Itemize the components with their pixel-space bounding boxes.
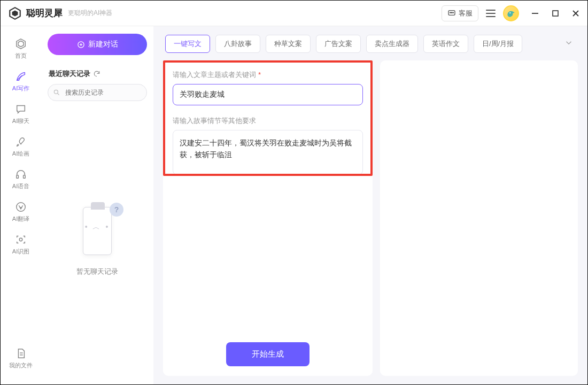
- scan-icon: [15, 234, 27, 245]
- brush-icon: [15, 136, 27, 148]
- tabs-expand-button[interactable]: [562, 36, 576, 52]
- app-logo: [8, 6, 22, 20]
- new-chat-button[interactable]: 新建对话: [48, 34, 147, 55]
- tab-selling-points[interactable]: 卖点生成器: [366, 35, 418, 53]
- sidebar-item-label: 我的文件: [9, 361, 33, 369]
- menu-button[interactable]: [486, 10, 496, 17]
- clipboard-empty-icon: • ︿ • ?: [73, 207, 121, 260]
- output-panel: [380, 60, 578, 376]
- detail-textarea[interactable]: [173, 130, 363, 175]
- svg-point-16: [17, 203, 26, 212]
- sidebar-item-home[interactable]: 首页: [1, 33, 41, 65]
- history-panel: 新建对话 最近聊天记录 • ︿ • ? 暂无聊天记录: [41, 26, 153, 384]
- input-form-panel: 请输入文章主题或者关键词* 请输入故事情节等其他要求 开始生成: [163, 60, 373, 376]
- main-content: 一键写文 八卦故事 种草文案 广告文案 卖点生成器 英语作文 日/周/月报 请输…: [153, 26, 587, 384]
- svg-point-3: [450, 12, 451, 13]
- service-label: 客服: [459, 9, 473, 18]
- svg-rect-15: [24, 175, 26, 179]
- sidebar-item-files[interactable]: 我的文件: [1, 342, 41, 375]
- refresh-icon[interactable]: [93, 70, 100, 78]
- svg-line-24: [58, 94, 59, 95]
- sidebar-item-label: AI写作: [12, 84, 29, 93]
- sidebar-item-label: 首页: [15, 52, 27, 60]
- search-icon: [53, 89, 60, 96]
- search-input[interactable]: [48, 84, 147, 101]
- sidebar-item-paint[interactable]: AI绘画: [1, 130, 41, 163]
- recent-chats-label: 最近聊天记录: [49, 69, 146, 79]
- home-icon: [15, 38, 27, 50]
- svg-rect-14: [17, 175, 19, 179]
- customer-service-button[interactable]: 客服: [442, 5, 478, 21]
- translate-icon: [15, 201, 27, 213]
- sidebar-item-writing[interactable]: AI写作: [1, 65, 41, 98]
- file-icon: [15, 348, 27, 359]
- tab-gossip-story[interactable]: 八卦故事: [215, 35, 260, 53]
- sidebar-item-label: AI语音: [12, 182, 29, 190]
- svg-point-5: [453, 12, 453, 13]
- headphone-icon: [15, 168, 27, 180]
- tab-ad-copy[interactable]: 广告文案: [316, 35, 361, 53]
- maximize-button[interactable]: [551, 9, 560, 18]
- required-star: *: [258, 71, 261, 79]
- sidebar-item-label: AI聊天: [12, 117, 29, 125]
- svg-point-6: [509, 12, 510, 13]
- work-area: 请输入文章主题或者关键词* 请输入故事情节等其他要求 开始生成: [163, 60, 578, 376]
- sidebar-item-label: AI绘画: [12, 150, 29, 158]
- window-controls: [531, 9, 580, 18]
- svg-rect-8: [553, 11, 558, 16]
- chat-icon: [15, 103, 27, 115]
- svg-point-4: [451, 12, 452, 13]
- history-empty-state: • ︿ • ? 暂无聊天记录: [48, 106, 147, 377]
- svg-marker-11: [17, 39, 26, 49]
- minimize-button[interactable]: [531, 9, 539, 18]
- chevron-down-icon: [564, 38, 574, 48]
- feather-icon: [15, 71, 27, 82]
- app-tagline: 更聪明的AI神器: [68, 9, 112, 18]
- detail-field-label: 请输入故事情节等其他要求: [173, 116, 363, 126]
- tab-seeding-copy[interactable]: 种草文案: [266, 35, 311, 53]
- sidebar-item-label: AI翻译: [12, 215, 29, 223]
- sidebar-item-voice[interactable]: AI语音: [1, 163, 41, 196]
- topic-input[interactable]: [173, 84, 363, 105]
- topic-field-label: 请输入文章主题或者关键词*: [173, 70, 363, 80]
- tab-report[interactable]: 日/周/月报: [474, 35, 522, 53]
- svg-marker-12: [18, 41, 24, 47]
- history-search: [48, 84, 147, 101]
- plus-circle-icon: [77, 41, 85, 49]
- sidebar-item-translate[interactable]: AI翻译: [1, 196, 41, 228]
- sidebar-item-image[interactable]: AI识图: [1, 228, 41, 261]
- app-name: 聪明灵犀: [26, 7, 63, 19]
- sidebar-item-chat[interactable]: AI聊天: [1, 98, 41, 130]
- tab-onekey-essay[interactable]: 一键写文: [165, 35, 210, 53]
- sidebar-item-label: AI识图: [12, 248, 29, 256]
- avatar[interactable]: [503, 5, 519, 21]
- empty-text: 暂无聊天记录: [76, 267, 118, 276]
- tab-english-essay[interactable]: 英语作文: [423, 35, 468, 53]
- category-tabs: 一键写文 八卦故事 种草文案 广告文案 卖点生成器 英语作文 日/周/月报: [163, 35, 578, 53]
- generate-button[interactable]: 开始生成: [226, 342, 310, 366]
- chat-bubble-icon: [447, 9, 456, 18]
- svg-marker-1: [12, 10, 18, 16]
- titlebar: 聪明灵犀 更聪明的AI神器 客服: [1, 1, 587, 26]
- new-chat-label: 新建对话: [88, 40, 118, 49]
- svg-point-17: [19, 238, 22, 241]
- avatar-icon: [506, 8, 516, 19]
- svg-point-23: [54, 90, 58, 94]
- close-button[interactable]: [571, 9, 580, 18]
- sidebar: 首页 AI写作 AI聊天 AI绘画 AI语音 AI翻译 AI识图 我的文件: [1, 26, 41, 384]
